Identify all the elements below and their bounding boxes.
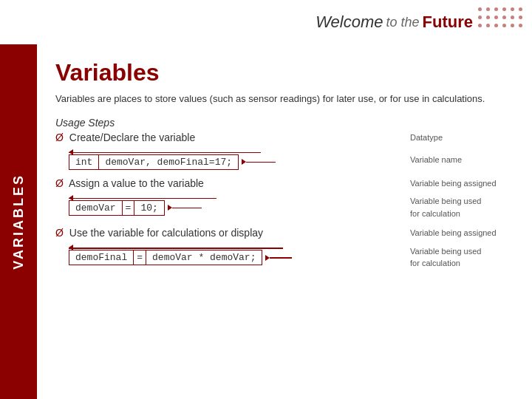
to-the-label: to the (386, 15, 420, 30)
step-1-text: Create/Declare the variable (69, 132, 195, 143)
step-3-code: demoFinal = demoVar * demoVar; (69, 250, 403, 265)
var-assigned-label-1: Variable being assigned (403, 177, 514, 190)
future-label: Future (423, 13, 473, 32)
step-1: Ø Create/Declare the variable int demoVa… (55, 132, 514, 170)
step-1-left: Ø Create/Declare the variable int demoVa… (55, 132, 403, 170)
welcome-label: Welcome (316, 13, 383, 32)
keyword-int: int (69, 154, 99, 170)
step-2: Ø Assign a value to the variable demoVar… (55, 177, 514, 220)
description: Variables are places to store values (su… (55, 92, 514, 106)
dot-grid-decoration (478, 7, 525, 30)
step-3-annotations: Variable being assigned Variable being u… (403, 227, 514, 270)
equals-part: = (123, 200, 134, 216)
step-1-bullet: Ø (55, 132, 64, 143)
equals-part-3: = (134, 250, 146, 265)
var-used-label-2: Variable being usedfor calculation (403, 245, 514, 270)
step-3-left: Ø Use the variable for calculations or d… (55, 227, 403, 265)
sidebar-label: VARIABLES (11, 174, 27, 270)
step-1-code: int demoVar, demoFinal=17; (69, 154, 403, 170)
usage-steps-label: Usage Steps (55, 117, 514, 129)
code-rest: demoVar, demoFinal=17; (99, 154, 239, 170)
step-2-header: Ø Assign a value to the variable (55, 177, 403, 189)
var-assigned-label-2: Variable being assigned (403, 227, 514, 239)
step-2-bullet: Ø (55, 177, 64, 189)
step-2-code: demoVar = 10; (69, 200, 403, 216)
value-box: 10; (134, 200, 164, 216)
top-bar: Welcome to the Future (0, 0, 532, 44)
variable-name-label: Variable name (403, 154, 514, 166)
step-2-left: Ø Assign a value to the variable demoVar… (55, 177, 403, 216)
demovar-box: demoVar (69, 200, 123, 216)
datatype-label: Datatype (403, 132, 514, 144)
demofinal-box: demoFinal (69, 250, 134, 265)
step-1-header: Ø Create/Declare the variable (55, 132, 403, 143)
step-2-text: Assign a value to the variable (69, 177, 204, 189)
page-title: Variables (55, 59, 514, 86)
step-1-annotations: Datatype Variable name (403, 132, 514, 166)
expression-box: demoVar * demoVar; (146, 250, 262, 265)
sidebar: VARIABLES (0, 44, 37, 399)
main-content: Variables Variables are places to store … (37, 44, 532, 399)
step-3-header: Ø Use the variable for calculations or d… (55, 227, 403, 239)
step-1-connector (69, 147, 403, 153)
step-2-annotations: Variable being assigned Variable being u… (403, 177, 514, 220)
step-3-bullet: Ø (55, 227, 64, 239)
step-3: Ø Use the variable for calculations or d… (55, 227, 514, 270)
var-used-label-1: Variable being usedfor calculation (403, 195, 514, 219)
step-3-text: Use the variable for calculations or dis… (69, 227, 263, 239)
